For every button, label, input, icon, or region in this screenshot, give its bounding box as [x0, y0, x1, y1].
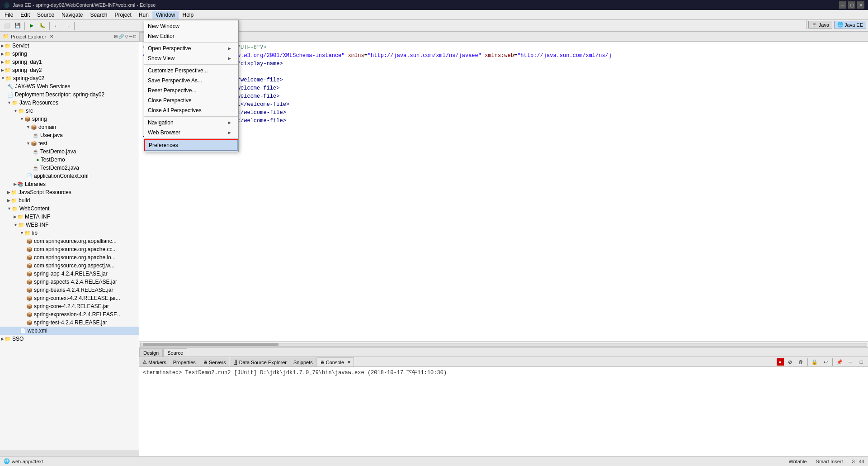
editor-scroll-thumb[interactable] [143, 343, 278, 346]
explorer-scrollbar[interactable] [0, 450, 139, 456]
console-tab[interactable]: 🖥 Console ✕ [316, 357, 354, 366]
editor-area[interactable]: <?xml version="1.0" encoding="UTF-8"?> <… [139, 42, 868, 341]
editor-horizontal-scrollbar[interactable] [139, 341, 868, 347]
java-perspective-button[interactable]: ☕ Java [808, 21, 832, 29]
tree-item-jar10[interactable]: 📦 spring-expression-4.2.4.RELEASE... [0, 310, 139, 319]
debug-button[interactable]: 🐛 [38, 21, 47, 30]
menu-help[interactable]: Help [179, 11, 198, 19]
maximize-panel-icon[interactable]: □ [133, 34, 136, 39]
minimize-panel-icon[interactable]: ─ [129, 34, 132, 39]
console-clear-button[interactable]: 🗑 [796, 357, 806, 366]
menu-run[interactable]: Run [135, 11, 152, 19]
tree-item-jar5[interactable]: 📦 spring-aop-4.2.4.RELEASE.jar [0, 270, 139, 278]
editor-scroll-track[interactable] [140, 343, 867, 347]
tree-item-jar1[interactable]: 📦 com.springsource.org.aopallianc... [0, 237, 139, 245]
tree-item-test[interactable]: ▼ 📦 test [0, 139, 139, 147]
menu-item-save-perspective-as[interactable]: Save Perspective As... [144, 76, 238, 86]
menu-item-new-editor[interactable]: New Editor [144, 31, 238, 41]
datasource-icon: 🗄 [233, 360, 238, 365]
console-disconnect-button[interactable]: ⊘ [785, 357, 795, 366]
new-button[interactable]: ⬜ [2, 21, 12, 30]
collapse-all-icon[interactable]: ⊟ [114, 34, 118, 39]
tree-item-jax-ws[interactable]: 🔧 JAX-WS Web Services [0, 82, 139, 90]
back-button[interactable]: ← [52, 21, 61, 30]
tree-item-jar8[interactable]: 📦 spring-context-4.2.4.RELEASE.jar... [0, 294, 139, 302]
menu-item-preferences[interactable]: Preferences [145, 140, 238, 151]
console-pin-button[interactable]: 📌 [835, 357, 844, 366]
console-scroll-lock-button[interactable]: 🔒 [810, 357, 820, 366]
menu-navigate[interactable]: Navigate [58, 11, 86, 19]
title-bar-controls[interactable]: ─ ▢ ✕ [839, 1, 864, 9]
tree-item-applicationcontext[interactable]: 📄 applicationContext.xml [0, 172, 139, 180]
tree-item-jar6[interactable]: 📦 spring-aspects-4.2.4.RELEASE.jar [0, 278, 139, 286]
menu-item-reset-perspective[interactable]: Reset Perspective... [144, 86, 238, 95]
tree-item-spring-day2[interactable]: ▶ 📁 spring_day2 [0, 66, 139, 74]
tree-item-meta-inf[interactable]: ▶ 📁 META-INF [0, 213, 139, 221]
tree-item-web-xml[interactable]: 📄 web.xml [0, 327, 139, 335]
tree-item-js-resources[interactable]: ▶ 📁 JavaScript Resources [0, 188, 139, 196]
snippets-tab[interactable]: Snippets [290, 357, 316, 366]
tree-item-java-resources[interactable]: ▼ 📁 Java Resources [0, 99, 139, 107]
source-tab[interactable]: Source [163, 348, 187, 357]
menu-item-customize-perspective[interactable]: Customize Perspective... [144, 66, 238, 76]
tree-item-user-java[interactable]: ☕ User.java [0, 131, 139, 139]
console-word-wrap-button[interactable]: ↩ [821, 357, 830, 366]
console-tab-close-icon[interactable]: ✕ [347, 360, 351, 365]
tree-item-spring-day02[interactable]: ▼ 📁 spring-day02 [0, 74, 139, 82]
save-button[interactable]: 💾 [13, 21, 23, 30]
design-tab[interactable]: Design [139, 348, 163, 357]
tree-item-webcontent[interactable]: ▼ 📁 WebContent [0, 204, 139, 213]
servers-tab[interactable]: 🖥 Servers [199, 357, 229, 366]
tree-item-jar3[interactable]: 📦 com.springsource.org.apache.lo... [0, 253, 139, 262]
run-button[interactable]: ▶ [27, 21, 37, 30]
tree-item-deployment[interactable]: 📄 Deployment Descriptor: spring-day02 [0, 90, 139, 99]
tree-item-spring[interactable]: ▶ 📁 spring [0, 50, 139, 58]
tree-item-domain[interactable]: ▼ 📦 domain [0, 123, 139, 131]
menu-item-open-perspective[interactable]: Open Perspective ▶ [144, 43, 238, 53]
menu-item-show-view[interactable]: Show View ▶ [144, 53, 238, 63]
tree-item-jar4[interactable]: 📦 com.springsource.org.aspectj.w... [0, 262, 139, 270]
tree-item-src[interactable]: ▼ 📁 src [0, 107, 139, 115]
tree-item-testdemo-java[interactable]: ☕ TestDemo.java [0, 147, 139, 156]
explorer-scroll-track[interactable] [0, 450, 139, 456]
tree-item-spring-day1[interactable]: ▶ 📁 spring_day1 [0, 58, 139, 66]
datasource-tab[interactable]: 🗄 Data Source Explorer [230, 357, 290, 366]
java-ee-perspective-button[interactable]: 🌐 Java EE [834, 21, 866, 29]
tree-item-servlet[interactable]: ▶ 📁 Servlet [0, 42, 139, 50]
tree-item-testdemo-cls[interactable]: ● TestDemo [0, 156, 139, 164]
tree-item-lib[interactable]: ▼ 📁 lib [0, 229, 139, 237]
menu-item-close-perspective[interactable]: Close Perspective [144, 95, 238, 105]
explorer-close-icon[interactable]: ✕ [50, 34, 53, 39]
close-button[interactable]: ✕ [857, 1, 864, 9]
tree-item-jar2[interactable]: 📦 com.springsource.org.apache.cc... [0, 245, 139, 253]
link-with-editor-icon[interactable]: 🔗 [118, 34, 124, 39]
tree-item-spring-pkg[interactable]: ▼ 📦 spring [0, 115, 139, 123]
menu-item-close-all-perspectives[interactable]: Close All Perspectives [144, 105, 238, 115]
tree-item-testdemo2-java[interactable]: ☕ TestDemo2.java [0, 164, 139, 172]
tree-item-sso[interactable]: ▶ 📁 SSO [0, 335, 139, 343]
menu-item-navigation[interactable]: Navigation ▶ [144, 118, 238, 128]
explorer-menu-icon[interactable]: ▽ [125, 34, 128, 39]
markers-tab[interactable]: ⚠ Markers [139, 357, 170, 366]
menu-source[interactable]: Source [33, 11, 58, 19]
console-maximize-button[interactable]: □ [856, 357, 866, 366]
menu-search[interactable]: Search [86, 11, 111, 19]
console-minimize-button[interactable]: ─ [845, 357, 855, 366]
menu-item-web-browser[interactable]: Web Browser ▶ [144, 128, 238, 138]
tree-item-web-inf[interactable]: ▼ 📁 WEB-INF [0, 221, 139, 229]
minimize-button[interactable]: ─ [839, 1, 846, 9]
tree-item-jar7[interactable]: 📦 spring-beans-4.2.4.RELEASE.jar [0, 286, 139, 294]
maximize-button[interactable]: ▢ [848, 1, 855, 9]
menu-window[interactable]: Window [152, 11, 179, 19]
tree-item-jar11[interactable]: 📦 spring-test-4.2.4.RELEASE.jar [0, 319, 139, 327]
menu-project[interactable]: Project [111, 11, 135, 19]
menu-item-new-window[interactable]: New Window [144, 21, 238, 31]
menu-file[interactable]: File [1, 11, 17, 19]
tree-item-build[interactable]: ▶ 📁 build [0, 196, 139, 204]
properties-tab[interactable]: Properties [170, 357, 199, 366]
menu-edit[interactable]: Edit [17, 11, 33, 19]
forward-button[interactable]: → [62, 21, 72, 30]
tree-item-jar9[interactable]: 📦 spring-core-4.2.4.RELEASE.jar [0, 302, 139, 310]
console-terminate-button[interactable]: ■ [777, 358, 784, 366]
tree-item-libraries[interactable]: ▶ 📚 Libraries [0, 180, 139, 188]
